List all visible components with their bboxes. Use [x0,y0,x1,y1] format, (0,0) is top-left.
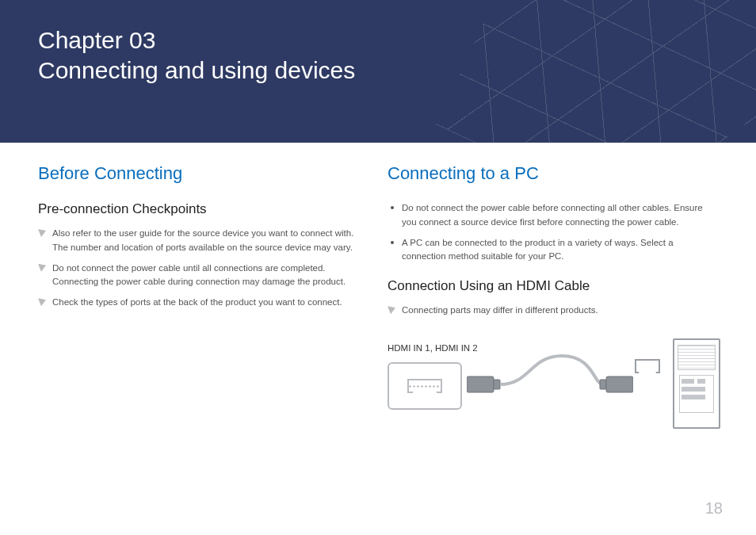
note-item: Do not connect the power cable until all… [38,262,356,290]
chapter-title: Connecting and using devices [38,57,355,83]
svg-rect-3 [606,376,633,392]
right-column: Connecting to a PC Do not connect the po… [378,159,718,535]
left-column: Before Connecting Pre-connection Checkpo… [38,159,378,535]
note-item: Also refer to the user guide for the sou… [38,227,356,255]
note-item: Check the types of ports at the back of … [38,296,356,310]
pc-bullets: Do not connect the power cable before co… [388,201,718,264]
bullet-item: Do not connect the power cable before co… [388,201,718,230]
svg-rect-2 [600,380,606,389]
chapter-label: Chapter 03 [38,27,155,53]
chapter-banner: Chapter 03 Connecting and using devices [0,0,756,143]
page-number: 18 [705,499,723,518]
svg-rect-1 [494,380,500,389]
hdmi-jack-icon [635,359,660,373]
banner-pattern [436,0,756,143]
note-item: Connecting parts may differ in different… [388,304,718,318]
hdmi-cable-icon [467,348,633,403]
svg-rect-0 [467,376,494,392]
hdmi-port-label: HDMI IN 1, HDMI IN 2 [388,343,478,353]
hdmi-note: Connecting parts may differ in different… [388,304,718,318]
page-content: Before Connecting Pre-connection Checkpo… [38,159,718,535]
preconnection-notes: Also refer to the user guide for the sou… [38,227,356,310]
hdmi-port-panel-icon [388,362,462,410]
right-heading: Connecting to a PC [388,163,718,184]
bullet-item: A PC can be connected to the product in … [388,236,718,265]
pc-tower-icon [673,338,720,429]
left-subheading: Pre-connection Checkpoints [38,201,356,217]
hdmi-subheading: Connection Using an HDMI Cable [388,278,718,294]
hdmi-diagram: HDMI IN 1, HDMI IN 2 [388,332,720,443]
left-heading: Before Connecting [38,163,356,184]
chapter-heading: Chapter 03 Connecting and using devices [38,25,355,85]
